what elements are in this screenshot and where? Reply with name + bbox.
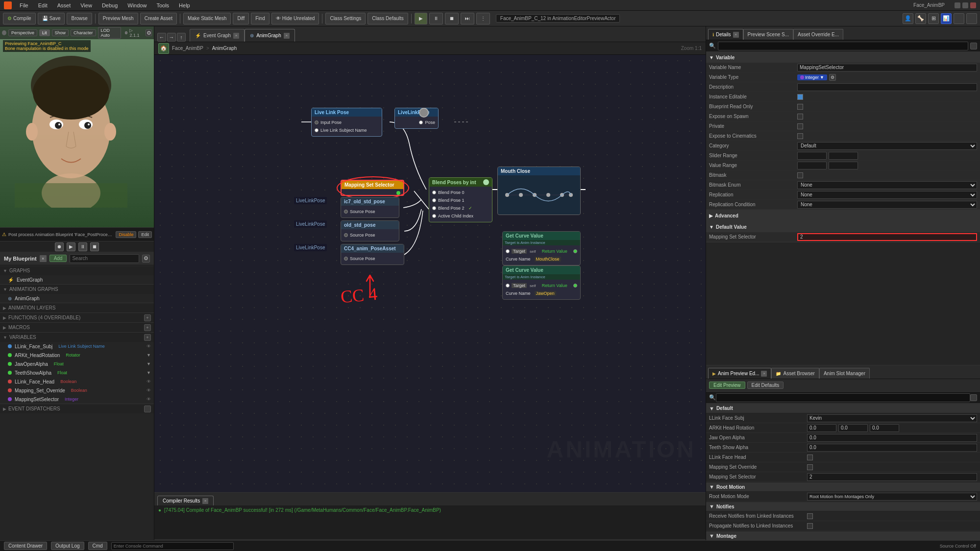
bp-readonly-checkbox[interactable] — [797, 104, 803, 110]
desc-input[interactable] — [797, 83, 977, 91]
content-drawer-btn[interactable]: Content Drawer — [4, 542, 47, 550]
browse-button[interactable]: Browse — [67, 13, 92, 24]
variable-section-header[interactable]: ▼ Variable — [706, 52, 980, 63]
category-dropdown[interactable]: Default — [797, 142, 977, 150]
event-graph-item[interactable]: ⚡ EventGraph — [0, 275, 154, 284]
node-live-link-pose[interactable]: Live Link Pose Input Pose Live Link Subj… — [311, 108, 382, 137]
asset-browser-tab[interactable]: 📁 Asset Browser — [771, 368, 819, 379]
jaw-input[interactable] — [807, 434, 977, 442]
anim-search-input[interactable] — [716, 393, 970, 402]
blueprint-add-btn[interactable]: Add — [49, 255, 67, 262]
llink-head-checkbox[interactable] — [807, 455, 813, 460]
value-range-max[interactable] — [829, 162, 858, 169]
pause-anim-btn[interactable]: ⏸ — [78, 242, 87, 251]
details-tab-close[interactable]: × — [733, 32, 739, 38]
viewport-dot-1[interactable] — [125, 31, 128, 34]
cmd-btn[interactable]: Cmd — [88, 542, 107, 550]
node-blend-poses[interactable]: Blend Poses by int Blend Pose 0 Blend Po… — [429, 177, 492, 222]
montage-section[interactable]: ▼ Montage — [706, 531, 980, 541]
anim-preview-tab[interactable]: ▶ Anim Preview Ed... × — [708, 368, 771, 379]
value-range-min[interactable] — [797, 162, 827, 169]
mapping-override-checkbox[interactable] — [807, 464, 813, 470]
replication-condition-dropdown[interactable]: None — [797, 201, 977, 209]
notifies-section[interactable]: ▼ Notifies — [706, 502, 980, 511]
event-graph-tab-close[interactable]: × — [233, 33, 239, 39]
var-mapping-set-selector[interactable]: MappingSetSelector Integer 👁 — [0, 395, 154, 404]
details-tab[interactable]: ℹ Details × — [708, 29, 743, 40]
compiler-results-tab[interactable]: Compiler Results × — [157, 496, 214, 505]
bp-section-variables[interactable]: ▼ VARIABLES + — [0, 332, 154, 342]
macros-add-btn[interactable]: + — [144, 324, 151, 331]
bp-section-graphs[interactable]: ▼ GRAPHS — [0, 265, 154, 275]
anim-default-section[interactable]: ▼ Default — [706, 404, 980, 413]
details-filter-btn[interactable] — [970, 43, 977, 49]
anim-slot-tab[interactable]: Anim Slot Manager — [819, 368, 870, 379]
node-get-curve-2[interactable]: Get Curve Value Target is Anim Instance … — [502, 265, 581, 300]
bp-section-dispatchers[interactable]: ▶ EVENT DISPATCHERS — [0, 404, 154, 413]
lod-btn[interactable]: LOD Auto — [98, 27, 121, 39]
var-llink-face-subj[interactable]: LLink_Face_Subj Live Link Subject Name 👁 — [0, 342, 154, 351]
dispatchers-add-btn[interactable] — [144, 406, 151, 412]
disable-btn[interactable]: Disable — [116, 231, 136, 238]
root-motion-section[interactable]: ▼ Root Motion — [706, 482, 980, 492]
blueprint-search-input[interactable] — [70, 254, 139, 263]
root-mode-dropdown[interactable]: Root Motion from Montages Only — [807, 493, 977, 501]
advanced-section-header[interactable]: ▶ Advanced — [706, 210, 980, 221]
tab-anim-graph[interactable]: ⊛ AnimGraph × — [245, 29, 295, 42]
expose-cinema-checkbox[interactable] — [797, 133, 803, 139]
record-btn[interactable]: ⏺ — [55, 242, 64, 251]
perspective-btn[interactable]: Perspective — [8, 29, 37, 36]
skip-button[interactable]: ⏭ — [461, 13, 474, 24]
bp-section-anim-graphs[interactable]: ▼ ANIMATION GRAPHS — [0, 284, 154, 294]
blueprint-close-btn[interactable]: × — [40, 255, 47, 262]
anim-graph-tab-close[interactable]: × — [284, 33, 290, 39]
menu-help[interactable]: Help — [177, 1, 192, 9]
home-btn[interactable]: 🏠 — [158, 43, 169, 54]
viewport-settings-btn[interactable]: ⚙ — [146, 29, 152, 36]
pause-button[interactable]: ⏸ — [429, 13, 443, 24]
slider-range-min[interactable] — [797, 152, 827, 160]
menu-view[interactable]: View — [78, 1, 94, 9]
grid-view-btn[interactable]: ⊞ — [928, 13, 939, 24]
var-eye-lhead[interactable]: 👁 — [147, 379, 151, 384]
skeleton-view-btn[interactable]: 👤 — [903, 13, 913, 24]
menu-window[interactable]: Window — [125, 1, 148, 9]
stop-anim-btn[interactable]: ⏹ — [90, 242, 99, 251]
nav-left-btn[interactable]: ← — [157, 33, 166, 42]
details-search-input[interactable] — [718, 42, 968, 50]
anim-preview-tab-close[interactable]: × — [761, 371, 767, 377]
bitmask-enum-dropdown[interactable]: None — [797, 181, 977, 189]
node-cc4-pose[interactable]: CC4_anim_PoseAsset Source Pose — [341, 244, 404, 265]
asset-override-tab[interactable]: Asset Override E... — [793, 29, 843, 40]
minimize-btn[interactable] — [955, 2, 960, 8]
default-value-header[interactable]: ▼ Default Value — [706, 221, 980, 232]
var-eye-llink[interactable]: 👁 — [147, 344, 151, 349]
preview-mesh-button[interactable]: Preview Mesh — [98, 13, 138, 24]
show-btn[interactable]: Show — [52, 29, 69, 36]
tab-event-graph[interactable]: ⚡ Event Graph × — [190, 29, 245, 42]
replication-dropdown[interactable]: None — [797, 191, 977, 199]
menu-tools[interactable]: Tools — [154, 1, 171, 9]
var-jaw-open[interactable]: JawOpenAlpha Float ▼ — [0, 359, 154, 368]
save-button[interactable]: 💾 Save — [38, 13, 65, 24]
node-ic7-pose[interactable]: ic7_old_std_pose Source Pose — [341, 197, 399, 218]
make-static-button[interactable]: Make Static Mesh — [183, 13, 231, 24]
create-asset-button[interactable]: Create Asset — [140, 13, 177, 24]
character-btn[interactable]: Character — [71, 29, 96, 36]
preview-scene-tab[interactable]: Preview Scene S... — [743, 29, 793, 40]
bone-view-btn[interactable]: 🦴 — [915, 13, 926, 24]
llink-face-dropdown[interactable]: Kevin — [807, 414, 977, 422]
preview-actor-label[interactable]: Face_AnimBP_C_12 in AnimationEditorPrevi… — [496, 14, 620, 23]
variables-add-btn[interactable]: + — [144, 334, 151, 341]
var-arkit-head[interactable]: ARKit_HeadRotation Rotator ▼ — [0, 351, 154, 359]
instance-editable-checkbox[interactable] — [797, 94, 803, 100]
output-log-btn[interactable]: Output Log — [51, 542, 84, 550]
var-type-settings[interactable]: ⚙ — [829, 74, 836, 81]
var-llink-face-head[interactable]: LLink_Face_Head Boolean 👁 — [0, 377, 154, 386]
hide-unrelated-button[interactable]: 👁 Hide Unrelated — [271, 13, 319, 24]
menu-edit[interactable]: Edit — [36, 1, 49, 9]
arkit-z[interactable] — [870, 424, 899, 432]
teeth-input[interactable] — [807, 444, 977, 452]
console-input[interactable] — [111, 542, 234, 550]
slider-range-max[interactable] — [829, 152, 858, 160]
